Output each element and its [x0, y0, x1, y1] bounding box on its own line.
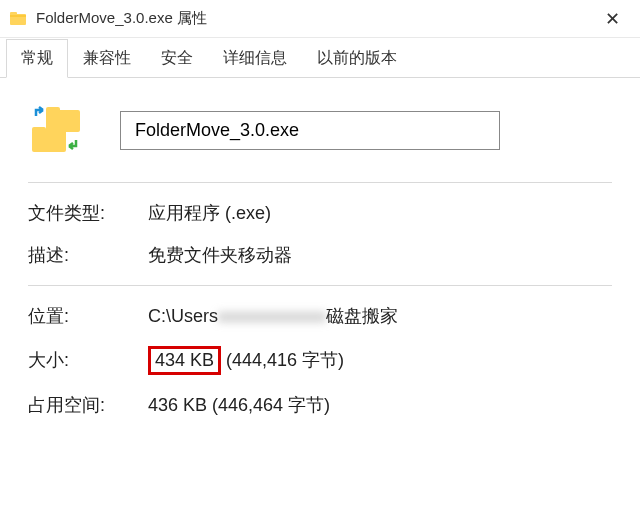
size-on-disk-label: 占用空间:: [28, 393, 148, 417]
filename-input[interactable]: FolderMove_3.0.exe: [120, 111, 500, 150]
close-button[interactable]: ✕: [592, 8, 632, 30]
tab-security[interactable]: 安全: [146, 39, 208, 78]
location-prefix: C:\Users: [148, 306, 218, 326]
header-row: FolderMove_3.0.exe: [28, 106, 612, 154]
tab-compatibility[interactable]: 兼容性: [68, 39, 146, 78]
svg-rect-2: [10, 15, 26, 17]
window-title: FolderMove_3.0.exe 属性: [36, 9, 592, 28]
size-on-disk-value: 436 KB (446,464 字节): [148, 393, 612, 417]
tab-general[interactable]: 常规: [6, 39, 68, 78]
file-type-icon: [28, 106, 84, 154]
row-size: 大小: 434 KB (444,416 字节): [28, 346, 612, 375]
location-label: 位置:: [28, 304, 148, 328]
description-label: 描述:: [28, 243, 148, 267]
svg-rect-3: [46, 110, 80, 132]
size-value: 434 KB (444,416 字节): [148, 346, 612, 375]
titlebar: FolderMove_3.0.exe 属性 ✕: [0, 0, 640, 38]
separator: [28, 285, 612, 286]
tab-strip: 常规 兼容性 安全 详细信息 以前的版本: [0, 38, 640, 78]
location-suffix: 磁盘搬家: [326, 306, 398, 326]
filename-text: FolderMove_3.0.exe: [135, 120, 299, 140]
description-value: 免费文件夹移动器: [148, 243, 612, 267]
row-size-on-disk: 占用空间: 436 KB (446,464 字节): [28, 393, 612, 417]
location-redacted: xxxxxxxxxxxx: [218, 306, 326, 327]
size-label: 大小:: [28, 348, 148, 372]
size-rest-text: (444,416 字节): [221, 350, 344, 370]
svg-rect-4: [46, 107, 60, 113]
location-value: C:\Usersxxxxxxxxxxxx磁盘搬家: [148, 304, 612, 328]
row-description: 描述: 免费文件夹移动器: [28, 243, 612, 267]
separator: [28, 182, 612, 183]
size-highlight: 434 KB: [148, 346, 221, 375]
svg-rect-5: [32, 130, 66, 152]
file-type-label: 文件类型:: [28, 201, 148, 225]
file-type-value: 应用程序 (.exe): [148, 201, 612, 225]
row-file-type: 文件类型: 应用程序 (.exe): [28, 201, 612, 225]
tab-previous-versions[interactable]: 以前的版本: [302, 39, 412, 78]
row-location: 位置: C:\Usersxxxxxxxxxxxx磁盘搬家: [28, 304, 612, 328]
tab-details[interactable]: 详细信息: [208, 39, 302, 78]
tab-content-general: FolderMove_3.0.exe 文件类型: 应用程序 (.exe) 描述:…: [0, 78, 640, 513]
app-icon: [8, 9, 28, 29]
svg-rect-6: [32, 127, 46, 133]
properties-window: FolderMove_3.0.exe 属性 ✕ 常规 兼容性 安全 详细信息 以…: [0, 0, 640, 513]
